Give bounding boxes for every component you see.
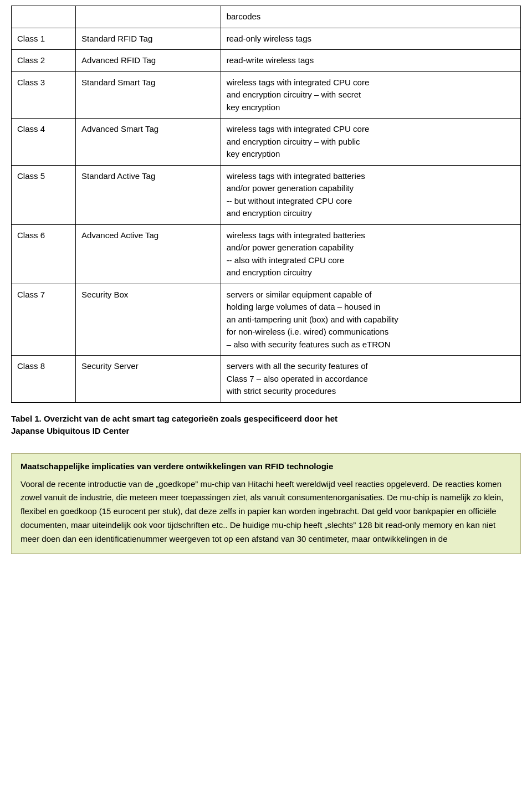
table-row: Class 2Advanced RFID Tagread-write wirel… [12, 50, 521, 72]
cell-description: wireless tags with integrated batteriesa… [221, 224, 520, 284]
table-row: Class 8Security Serverservers with all t… [12, 356, 521, 403]
table-row: Class 1Standard RFID Tagread-only wirele… [12, 28, 521, 50]
cell-class: Class 6 [12, 224, 76, 284]
highlight-title: Maatschappelijke implicaties van verdere… [21, 461, 511, 471]
cell-name: Advanced Smart Tag [76, 119, 221, 166]
cell-description: servers with all the security features o… [221, 356, 520, 403]
table-row: barcodes [12, 6, 521, 28]
page-wrapper: barcodesClass 1Standard RFID Tagread-onl… [0, 0, 532, 565]
highlight-body: Vooral de recente introductie van de „go… [21, 478, 511, 546]
cell-class [12, 6, 76, 28]
cell-name: Standard RFID Tag [76, 28, 221, 50]
table-row: Class 5Standard Active Tagwireless tags … [12, 165, 521, 224]
caption-line1: Tabel 1. Overzicht van de acht smart tag… [11, 414, 337, 423]
rfid-class-table: barcodesClass 1Standard RFID Tagread-onl… [11, 6, 521, 403]
table-row: Class 4Advanced Smart Tagwireless tags w… [12, 119, 521, 166]
cell-name: Security Server [76, 356, 221, 403]
cell-name: Advanced Active Tag [76, 224, 221, 284]
cell-description: wireless tags with integrated CPU corean… [221, 71, 520, 119]
cell-description: read-only wireless tags [221, 28, 520, 50]
cell-description: read-write wireless tags [221, 50, 520, 72]
cell-name: Advanced RFID Tag [76, 50, 221, 72]
cell-class: Class 1 [12, 28, 76, 50]
cell-class: Class 2 [12, 50, 76, 72]
table-row: Class 6Advanced Active Tagwireless tags … [12, 224, 521, 284]
cell-name: Security Box [76, 284, 221, 356]
cell-description: wireless tags with integrated batteriesa… [221, 165, 520, 224]
table-row: Class 7Security Boxservers or similar eq… [12, 284, 521, 356]
cell-name: Standard Active Tag [76, 165, 221, 224]
table-caption: Tabel 1. Overzicht van de acht smart tag… [11, 413, 521, 438]
cell-class: Class 4 [12, 119, 76, 166]
cell-class: Class 8 [12, 356, 76, 403]
cell-description: servers or similar equipment capable ofh… [221, 284, 520, 356]
cell-class: Class 3 [12, 71, 76, 119]
cell-name [76, 6, 221, 28]
cell-class: Class 5 [12, 165, 76, 224]
caption-line2: Japanse Ubiquitous ID Center [11, 426, 129, 435]
cell-name: Standard Smart Tag [76, 71, 221, 119]
cell-description: wireless tags with integrated CPU corean… [221, 119, 520, 166]
table-row: Class 3Standard Smart Tagwireless tags w… [12, 71, 521, 119]
cell-class: Class 7 [12, 284, 76, 356]
highlight-section: Maatschappelijke implicaties van verdere… [11, 453, 521, 555]
cell-description: barcodes [221, 6, 520, 28]
